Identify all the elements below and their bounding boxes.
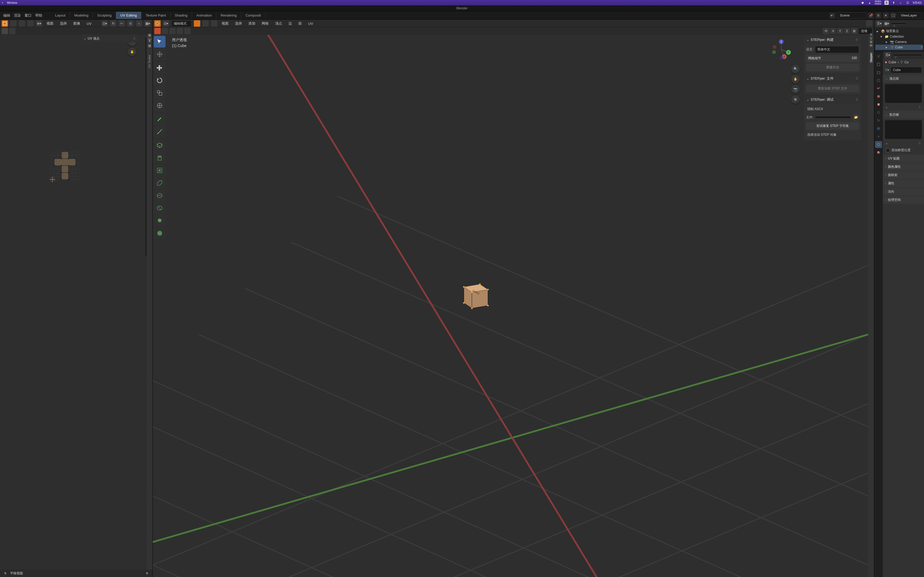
tool-rotate[interactable]	[154, 74, 165, 86]
panel-tex-space[interactable]: 纹理空间	[883, 196, 924, 204]
v3d-menu-uv[interactable]: UV	[306, 21, 315, 27]
uv-mode-icon-2[interactable]	[19, 20, 25, 27]
file-browse-icon[interactable]: 📁	[853, 114, 859, 121]
tab-shading[interactable]: Shading	[171, 12, 192, 19]
v3d-pan-icon[interactable]: ✋	[791, 75, 800, 83]
uv-canvas[interactable]: 🔍 ✋ UV 顶点 ⠿	[0, 35, 147, 569]
v3d-overlays-icon[interactable]: ⊞	[851, 28, 858, 34]
vertex-groups-list[interactable]	[885, 84, 922, 103]
outliner-tree[interactable]: ▸ 📦 场景集合 ▾📁 Collection ▸📷 Camera ▸▽ Cube…	[874, 27, 924, 51]
app-menu[interactable]: r	[2, 1, 3, 4]
mesh-select-mode-1[interactable]	[154, 28, 161, 34]
menu-edit[interactable]: 编辑	[3, 13, 10, 18]
menu-help[interactable]: 帮助	[35, 13, 42, 18]
stepper-file-header[interactable]: STEPper: 文件⠿	[804, 74, 861, 82]
v3d-tab-view[interactable]: 视图	[869, 44, 873, 47]
uv-menu-image[interactable]: 图像	[71, 20, 82, 27]
v3d-menu-face[interactable]: 面	[296, 20, 304, 27]
face-select-icon[interactable]	[211, 20, 217, 27]
scene-name-field[interactable]: Scene	[837, 12, 866, 18]
mode-dropdown[interactable]: 编辑模式	[171, 20, 192, 27]
uv-pan-icon[interactable]: ✋	[128, 48, 136, 56]
v3d-camera-icon[interactable]: 📷	[791, 85, 800, 93]
tool-cursor[interactable]	[154, 48, 165, 60]
reload-step-button[interactable]: 重新加载 STEP 文件	[806, 85, 859, 92]
uv-snap-icon[interactable]: ⊙	[127, 20, 134, 27]
mesh-select-mode-5[interactable]	[184, 28, 191, 34]
list-expand-icon[interactable]: ▸	[886, 105, 888, 109]
axis-z-btn[interactable]: Z	[844, 28, 850, 34]
viewlayer-name-field[interactable]: ViewLayer	[898, 12, 922, 18]
prop-tab-material[interactable]	[875, 149, 882, 156]
uv-proportional-icon[interactable]: ∩	[136, 20, 142, 27]
v3d-tab-edit[interactable]: 编辑	[869, 48, 873, 50]
panel-color-attrs[interactable]: 颜色属性	[883, 163, 924, 171]
stepper-debug-header[interactable]: STEPper: 调试⠿	[804, 96, 861, 104]
prop-tab-object[interactable]	[875, 101, 882, 108]
list-grip-icon[interactable]: ⠿	[918, 105, 921, 109]
search-icon[interactable]: ⌕	[899, 1, 903, 5]
rebuild-button[interactable]: 重建所选	[806, 64, 859, 71]
add-rest-position-check[interactable]: 添加静置位置	[883, 147, 924, 154]
force-ascii-check[interactable]: 强制 ASCII	[806, 106, 859, 113]
tool-measure[interactable]	[154, 126, 165, 137]
tool-spin[interactable]	[154, 227, 165, 239]
editor-type-3d-icon[interactable]	[154, 20, 161, 27]
prop-tab-data[interactable]	[875, 141, 882, 148]
v3d-menu-select[interactable]: 选择	[233, 20, 244, 27]
tree-camera[interactable]: ▸📷 Camera	[876, 39, 923, 45]
outliner-search[interactable]	[891, 23, 907, 24]
mesh-data-name[interactable]: Cube	[890, 67, 922, 73]
tool-transform[interactable]	[154, 100, 165, 111]
tab-modeling[interactable]: Modeling	[70, 12, 93, 19]
tray-icon[interactable]: ▴	[868, 1, 872, 5]
drag-handle-icon[interactable]: ⠿	[133, 37, 136, 40]
scene-browse-icon[interactable]	[829, 13, 835, 18]
prop-type-icon[interactable]: ☰▾	[884, 52, 891, 58]
tool-knife[interactable]	[154, 202, 165, 214]
viewport-canvas[interactable]: 用户透视 (1) Cube Y X Z 🔍 ✋ 📷 ⊞	[153, 35, 868, 577]
input-lang-badge[interactable]: A	[884, 0, 889, 5]
uv-sticky-icon[interactable]: ⊢	[119, 20, 125, 27]
cube-object[interactable]	[456, 276, 493, 314]
tab-animation[interactable]: Animation	[192, 12, 216, 19]
mesh-select-mode-2[interactable]	[162, 28, 168, 34]
uv-tab-image[interactable]: 图像	[148, 37, 152, 40]
panel-face-maps[interactable]: 面映射	[883, 171, 924, 179]
edge-select-icon[interactable]	[202, 20, 209, 27]
v3d-menu-edge[interactable]: 边	[286, 20, 294, 27]
outliner-display-icon[interactable]: ▦▾	[884, 20, 890, 27]
uv-image-dropdown[interactable]: ▦▾	[144, 20, 151, 27]
properties-search[interactable]	[892, 54, 922, 56]
v3d-tab-stepper[interactable]: Stepper	[870, 52, 873, 63]
v3d-persp-icon[interactable]: ⊞	[791, 95, 800, 104]
uv-sync-icon[interactable]: ↻	[110, 20, 116, 27]
nav-gizmo[interactable]: Y X Z	[769, 37, 793, 61]
prop-tab-tool[interactable]	[875, 53, 882, 60]
prop-tab-output[interactable]	[875, 69, 882, 76]
uv-menu-view[interactable]: 视图	[44, 20, 56, 27]
menu-render[interactable]: 渲染	[14, 13, 21, 18]
record-icon[interactable]: ⏺	[861, 1, 865, 5]
stepper-build-header[interactable]: STEPper: 构建⠿	[804, 36, 861, 44]
tree-cube[interactable]: ▸▽ Cube ▽	[876, 45, 923, 50]
v3d-menu-mesh[interactable]: 网格	[260, 20, 271, 27]
control-center-icon[interactable]: ☰	[906, 1, 909, 5]
scene-delete-icon[interactable]: ✕	[883, 13, 889, 18]
lang-dropdown[interactable]: 简体中文	[815, 46, 859, 53]
axis-x-btn[interactable]: X	[830, 28, 836, 34]
v3d-gizmo-toggle-icon[interactable]: ⟲	[823, 28, 829, 34]
panel-shape-keys[interactable]: 形态键	[883, 111, 924, 119]
panel-uv-maps[interactable]: UV 贴图	[883, 155, 924, 163]
tab-uv-editing[interactable]: UV Editing	[116, 12, 141, 19]
tool-annotate[interactable]	[154, 113, 165, 125]
uv-vertex-panel-header[interactable]: UV 顶点 ⠿	[81, 35, 139, 42]
tool-bevel[interactable]	[154, 177, 165, 189]
uv-pivot-dropdown[interactable]: ⊕▾	[36, 20, 42, 27]
tool-extrude[interactable]	[154, 152, 165, 164]
mode-icon[interactable]: ⊡▾	[163, 20, 169, 27]
options-dropdown[interactable]: 选项	[858, 28, 872, 34]
v3d-tab-item[interactable]: 条目	[869, 37, 873, 39]
outliner-type-icon[interactable]: ☰▾	[876, 20, 882, 27]
prop-tab-modifier[interactable]	[875, 109, 882, 116]
